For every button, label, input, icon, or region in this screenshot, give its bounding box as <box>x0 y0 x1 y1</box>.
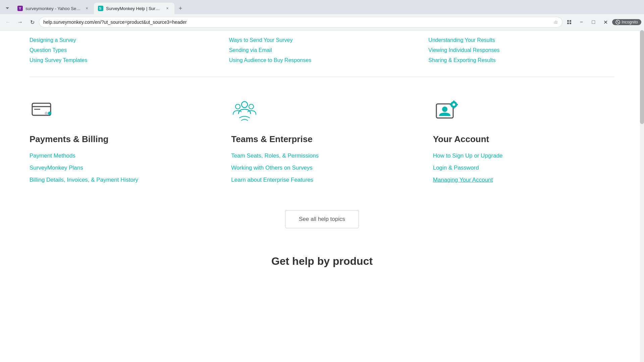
link-viewing[interactable]: Viewing Individual Responses <box>428 47 614 53</box>
top-links-col-2: Ways to Send Your Survey Sending via Ema… <box>229 37 415 63</box>
link-login[interactable]: Login & Password <box>433 165 614 171</box>
link-billing-details[interactable]: Billing Details, Invoices, & Payment His… <box>30 177 211 183</box>
tab-yahoo-close[interactable]: × <box>84 5 90 11</box>
svg-rect-7 <box>570 22 571 24</box>
svg-point-13 <box>45 112 48 115</box>
close-button[interactable]: ✕ <box>600 17 611 27</box>
top-links-section: Designing a Survey Question Types Using … <box>30 31 614 77</box>
svg-text:S: S <box>99 6 101 10</box>
nav-bar: ← → ↻ help.surveymonkey.com/en/?ut_sourc… <box>0 14 644 30</box>
scrollbar-thumb[interactable] <box>640 30 644 124</box>
link-understanding[interactable]: Understanding Your Results <box>428 37 614 43</box>
svg-rect-4 <box>567 20 569 22</box>
account-title: Your Account <box>433 134 614 144</box>
category-payments: Payments & Billing Payment Methods Surve… <box>30 97 211 183</box>
teams-title: Teams & Enterprise <box>231 134 413 144</box>
link-designing[interactable]: Designing a Survey <box>30 37 216 43</box>
svg-point-21 <box>452 103 455 106</box>
link-ways-send[interactable]: Ways to Send Your Survey <box>229 37 415 43</box>
link-working-others[interactable]: Working with Others on Surveys <box>231 165 413 171</box>
address-icons: ☆ <box>554 19 558 25</box>
see-all-section: See all help topics <box>30 203 614 248</box>
payments-title: Payments & Billing <box>30 134 211 144</box>
link-team-seats[interactable]: Team Seats, Roles, & Permissions <box>231 153 413 159</box>
category-teams: Teams & Enterprise Team Seats, Roles, & … <box>231 97 413 183</box>
new-tab-button[interactable]: + <box>176 4 185 13</box>
svg-rect-5 <box>570 20 571 22</box>
get-help-title: Get help by product <box>30 255 614 267</box>
account-icon <box>433 97 460 124</box>
categories-section: Payments & Billing Payment Methods Surve… <box>30 77 614 203</box>
link-templates[interactable]: Using Survey Templates <box>30 57 216 63</box>
scrollbar[interactable] <box>640 30 644 362</box>
browser-action-buttons: − □ ✕ Incognito <box>564 17 641 27</box>
link-payment-methods[interactable]: Payment Methods <box>30 153 211 159</box>
refresh-button[interactable]: ↻ <box>27 17 38 27</box>
tab-surveymonkey-close[interactable]: × <box>164 5 170 11</box>
tab-surveymonkey[interactable]: S SurveyMonkey Help | SurveyM... × <box>94 3 174 14</box>
top-links-col-1: Designing a Survey Question Types Using … <box>30 37 216 63</box>
top-links-col-3: Understanding Your Results Viewing Indiv… <box>428 37 614 63</box>
tab-surveymonkey-title: SurveyMonkey Help | SurveyM... <box>106 6 162 11</box>
teams-icon <box>231 97 258 124</box>
svg-point-17 <box>249 104 254 109</box>
svg-point-15 <box>241 102 248 108</box>
link-plans[interactable]: SurveyMonkey Plans <box>30 165 211 171</box>
svg-point-14 <box>48 112 51 115</box>
maximize-button[interactable]: □ <box>588 17 599 27</box>
browser-chrome: Y surveymonkey - Yahoo Search × S Survey… <box>0 0 644 31</box>
category-account: Your Account How to Sign Up or Upgrade L… <box>433 97 614 183</box>
svg-line-9 <box>617 21 619 23</box>
get-help-section: Get help by product <box>30 248 614 267</box>
teams-links: Team Seats, Roles, & Permissions Working… <box>231 153 413 183</box>
address-text: help.surveymonkey.com/en/?ut_source=prod… <box>43 19 551 25</box>
minimize-button[interactable]: − <box>576 17 587 27</box>
link-enterprise[interactable]: Learn about Enterprise Features <box>231 177 413 183</box>
svg-rect-23 <box>453 107 454 109</box>
page-content: Designing a Survey Question Types Using … <box>0 31 644 267</box>
link-managing[interactable]: Managing Your Account <box>433 177 614 183</box>
link-send-email[interactable]: Sending via Email <box>229 47 415 53</box>
svg-rect-22 <box>453 101 454 102</box>
link-audience[interactable]: Using Audience to Buy Responses <box>229 57 415 63</box>
see-all-button[interactable]: See all help topics <box>285 210 359 228</box>
payment-icon <box>30 97 56 124</box>
incognito-label: Incognito <box>622 20 638 24</box>
account-links: How to Sign Up or Upgrade Login & Passwo… <box>433 153 614 183</box>
svg-point-19 <box>442 107 447 112</box>
tab-yahoo[interactable]: Y surveymonkey - Yahoo Search × <box>13 3 94 14</box>
back-button[interactable]: ← <box>3 17 13 27</box>
forward-button[interactable]: → <box>15 17 25 27</box>
surveymonkey-favicon: S <box>98 6 103 11</box>
svg-rect-6 <box>567 22 569 24</box>
incognito-badge: Incognito <box>612 19 641 25</box>
link-sharing[interactable]: Sharing & Exporting Results <box>428 57 614 63</box>
link-question-types[interactable]: Question Types <box>30 47 216 53</box>
payments-links: Payment Methods SurveyMonkey Plans Billi… <box>30 153 211 183</box>
tab-dropdown-btn[interactable] <box>3 4 12 13</box>
link-signup[interactable]: How to Sign Up or Upgrade <box>433 153 614 159</box>
tab-bar: Y surveymonkey - Yahoo Search × S Survey… <box>0 0 644 14</box>
star-icon[interactable]: ☆ <box>554 19 558 25</box>
svg-rect-25 <box>457 104 458 105</box>
yahoo-favicon: Y <box>17 6 23 11</box>
tab-yahoo-title: surveymonkey - Yahoo Search <box>25 6 81 11</box>
svg-point-16 <box>235 104 240 109</box>
address-bar[interactable]: help.surveymonkey.com/en/?ut_source=prod… <box>39 17 562 27</box>
svg-text:Y: Y <box>19 6 21 10</box>
extensions-button[interactable] <box>564 17 575 27</box>
svg-rect-24 <box>450 104 451 105</box>
